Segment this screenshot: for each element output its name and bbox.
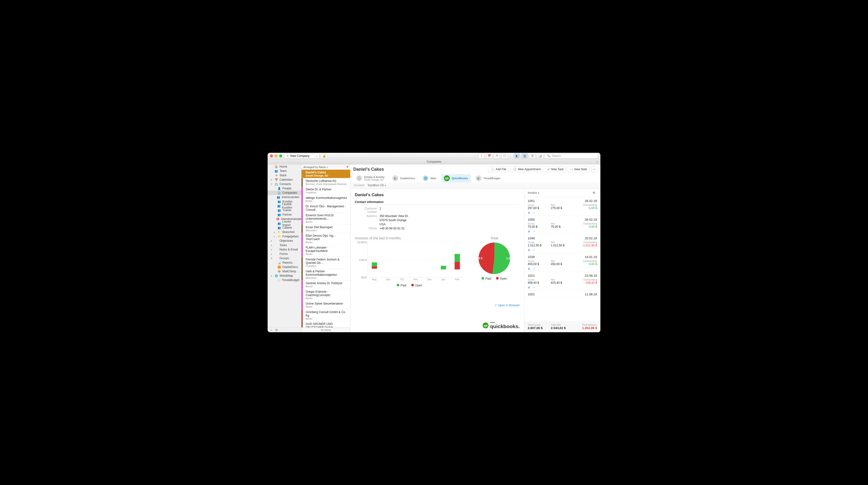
sidebar-item[interactable]: 🏢Companies xyxy=(268,191,301,195)
open-in-browser-link[interactable]: ↗Open In Browser xyxy=(355,304,520,307)
share-icon[interactable]: ↗ xyxy=(533,249,535,252)
invoice-item[interactable]: 102123.08.18 GrossNetOutstanding 459,43 … xyxy=(524,272,600,290)
list-item[interactable]: Gröne Sylvie SteuerberaterinBerlin xyxy=(302,301,350,309)
list-item[interactable]: Geib & Partner KommunikationsagenturMünc… xyxy=(302,269,350,281)
sidebar: 🏠Home 👥Team ✳Slack▸📅Calendars▾📇Contacts … xyxy=(268,164,302,332)
sidebar-item[interactable]: ▸📅Calendars xyxy=(268,177,301,182)
sidebar-item[interactable]: 🟧DayliteDocs xyxy=(268,265,301,269)
share-icon[interactable]: ↗ xyxy=(533,230,535,233)
list-item[interactable]: Daniel's CakesSouth Orange, NJ xyxy=(302,170,350,178)
share-icon[interactable]: ↗ xyxy=(533,211,535,215)
download-icon[interactable]: ⬇ xyxy=(528,230,530,233)
list-item[interactable]: Gregor Erdmute - CoachingConceptsBerlin xyxy=(302,289,350,301)
add-file-button[interactable]: 📄Add File xyxy=(488,166,509,172)
more-button[interactable]: ⋯ xyxy=(591,166,597,172)
present-button[interactable]: 🖵 xyxy=(502,153,508,159)
chevron-down-icon[interactable]: ⌄ xyxy=(314,153,319,159)
clock-icon: 🕒 xyxy=(513,168,517,171)
info-icon: ⓘ xyxy=(356,175,362,181)
calendar-button[interactable]: 📅 xyxy=(486,153,492,159)
sidebar-item[interactable]: ✳Slack xyxy=(268,173,301,177)
sidebar-item[interactable]: ▸🌐Web&Map xyxy=(268,274,301,278)
list-item[interactable]: Fremde Federn Jochum & Quentel Gb…Frankf… xyxy=(302,257,350,269)
timer-button[interactable]: ⏱ xyxy=(494,153,500,159)
tab-daylitedocs[interactable]: ◐ DayliteDocs xyxy=(390,174,418,182)
sidebar-item[interactable]: 📊Reports xyxy=(268,260,301,265)
invoice-item[interactable]: 103814.01.19 GrossNetOutstanding 450,00 … xyxy=(524,253,600,272)
list-item[interactable]: Grünberg Consult GmbH & Co. KgBerlin xyxy=(302,309,350,321)
close-icon[interactable] xyxy=(270,154,273,158)
tab-quickbooks[interactable]: qb QuickBooks xyxy=(441,174,471,182)
list-item[interactable]: Emerich Sven Prof.Dr. Unternehmensb…Berl… xyxy=(302,213,350,225)
company-list: Arranged by Name ⇅ ⧩ Daniel's CakesSouth… xyxy=(302,164,350,332)
download-icon[interactable]: ⬇ xyxy=(528,249,530,252)
tab-web[interactable]: 🌐 Web xyxy=(420,174,439,182)
layout-split-button[interactable]: ▥ xyxy=(521,153,528,159)
share-icon[interactable]: ↗ xyxy=(533,286,535,289)
download-icon[interactable]: ⬇ xyxy=(528,267,530,270)
list-item[interactable]: GUD GRÜNER UND DEUTSCHER GmbHBerlin xyxy=(302,321,350,327)
list-header[interactable]: Arranged by Name ⇅ ⧩ xyxy=(302,164,350,170)
sidebar-item[interactable]: ▾Groups xyxy=(268,256,301,260)
invoice-item[interactable]: 105126.02.19 GrossNetOutstanding 297,00 … xyxy=(524,197,600,216)
bell-icon: 🔔 xyxy=(322,154,326,158)
sidebar-item[interactable]: ▸Forms xyxy=(268,252,301,256)
add-button[interactable]: ＋ xyxy=(270,328,273,332)
sidebar-item[interactable]: 👥Team xyxy=(268,169,301,173)
invoice-item[interactable]: 105026.02.19 GrossNetOutstanding 75,00 $… xyxy=(524,216,600,234)
add-tab-button[interactable]: ＋ xyxy=(595,159,599,164)
invoice-list-header[interactable]: Invoice ⇵ ⚙︎⌄ xyxy=(524,189,600,197)
search-input[interactable]: 🔍Search xyxy=(545,153,598,159)
sidebar-item[interactable]: 🏠Home xyxy=(268,164,301,169)
invoice-item[interactable]: 100111.08.18 xyxy=(524,290,600,298)
zoom-icon[interactable] xyxy=(279,154,282,158)
account-selector[interactable]: Account Sandbox US ⇵ xyxy=(350,182,600,189)
download-icon[interactable]: ⬇ xyxy=(528,211,530,215)
download-icon[interactable]: ⬇ xyxy=(528,286,530,289)
list-item[interactable]: Dietze Dr. & PartnerFrankfurt xyxy=(302,187,350,195)
pie-chart-title: Total xyxy=(469,236,520,240)
invoice-item[interactable]: 104920.02.19 GrossNetOutstanding 1.012,5… xyxy=(524,234,600,253)
gear-icon[interactable]: ⚙︎⌄ xyxy=(593,191,597,195)
list-item[interactable]: diálogo KommunikationsagenturBerlin xyxy=(302,195,350,204)
layout-chart-button[interactable]: 📊 xyxy=(537,153,543,159)
window-title-label: Companies xyxy=(427,160,441,164)
sidebar-item[interactable]: 👥Partner xyxy=(268,212,301,217)
sidebar-item[interactable]: ▸📁Freigegeben xyxy=(268,234,301,238)
list-item[interactable]: FLMH Lohmaier - EscapeYourMindBerlin xyxy=(302,245,350,257)
tab-timebudget[interactable]: ◐ Time&Budget xyxy=(473,174,503,182)
sidebar-item[interactable]: ▸📁Branchen xyxy=(268,230,301,234)
new-note-button[interactable]: ▭New Note xyxy=(568,166,590,172)
sidebar-item[interactable]: ▸Tasks xyxy=(268,243,301,247)
sidebar-item[interactable]: 👤People xyxy=(268,186,301,191)
notifications-button[interactable]: 🔔 xyxy=(321,153,328,159)
list-item[interactable]: Eßer Dennis Dipl. Ing. - YourCoachBerlin xyxy=(302,233,350,245)
layout-sidebar-button[interactable]: ◧ xyxy=(514,153,520,159)
sidebar-item[interactable]: 👥Letzter Import xyxy=(268,221,301,226)
grid-icon[interactable]: ⊞ xyxy=(275,328,278,332)
list-item[interactable]: Deutsche Lufthansa AGBremen, Freie Hanse… xyxy=(302,178,350,187)
sidebar-item[interactable]: 👥Fastbill-Kunden xyxy=(268,204,301,208)
sidebar-item[interactable]: ▸Objectives xyxy=(268,238,301,243)
filter-icon[interactable]: ⧩ xyxy=(346,165,348,169)
pie-paid-label: 1.355,00 $ xyxy=(506,257,519,260)
list-item[interactable]: Gentner Andrey Dr. PublizistBerlin xyxy=(302,281,350,289)
minimize-icon[interactable] xyxy=(275,154,278,158)
share-icon[interactable]: ↗ xyxy=(533,267,535,270)
sidebar-item[interactable]: ▸Notes & Email xyxy=(268,247,301,252)
sidebar-item[interactable]: 🐵MailChimp xyxy=(268,269,301,274)
sidebar-item[interactable]: ▾📇Contacts xyxy=(268,182,301,186)
list-item[interactable]: Ercan Diel BaumgartMünchen xyxy=(302,225,350,233)
layout-list-button[interactable]: ☰ xyxy=(529,153,535,159)
sidebar-item[interactable]: 👥Interessenten xyxy=(268,195,301,199)
list-item[interactable]: Dr. Kirsch Öko - Management - Consult xyxy=(302,204,350,213)
new-appointment-button[interactable]: 🕒New Appointment xyxy=(510,166,543,172)
quickbooks-icon: qb xyxy=(444,175,450,181)
new-task-button[interactable]: ✔New Task xyxy=(545,166,566,172)
address-label: Address xyxy=(355,215,377,218)
tab-details[interactable]: ⓘ Details & ActivitySouth Orange, NJ xyxy=(353,174,388,182)
archive-button[interactable]: ⤵ xyxy=(478,153,485,159)
sidebar-item[interactable]: 🕓Time&Budget xyxy=(268,278,301,282)
new-company-button[interactable]: ＋New Company ⌄ xyxy=(284,153,319,159)
open-swatch xyxy=(411,284,414,286)
